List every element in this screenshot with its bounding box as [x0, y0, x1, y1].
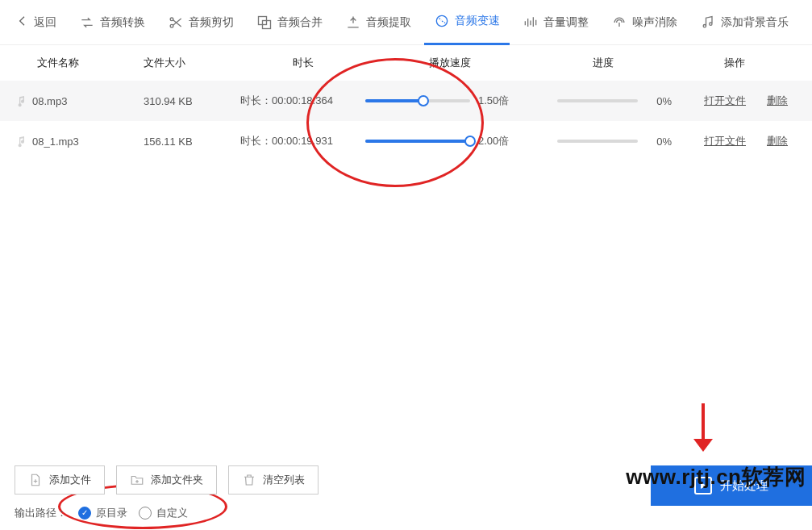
tab-speed[interactable]: 音频变速: [424, 0, 510, 45]
bottom-bar: 添加文件 添加文件夹 清空列表 开始处理 输出路径： 原目录 自定义: [0, 454, 812, 530]
annotation-arrow: [687, 402, 719, 458]
tab-trim[interactable]: 音频剪切: [158, 0, 244, 45]
svg-point-5: [703, 24, 706, 27]
speed-cell: 1.50倍: [365, 94, 535, 108]
back-arrow-icon: [16, 15, 29, 30]
slider-knob[interactable]: [418, 95, 429, 106]
file-name: 08.mp3: [32, 95, 67, 107]
open-file-button[interactable]: 打开文件: [704, 134, 746, 148]
col-progress: 进度: [535, 56, 672, 70]
clear-list-label: 清空列表: [263, 473, 305, 487]
denoise-icon: [611, 15, 627, 31]
tab-label: 音频变速: [455, 14, 500, 28]
col-size: 文件大小: [144, 56, 240, 70]
back-button[interactable]: 返回: [6, 15, 66, 30]
table-row: 08.mp3 310.94 KB 时长：00:00:18.364 1.50倍 0…: [0, 81, 812, 121]
progress-bar: [557, 99, 638, 102]
radio-custom-dir[interactable]: 自定义: [139, 506, 188, 520]
file-name-cell: 08.mp3: [15, 94, 144, 107]
add-folder-label: 添加文件夹: [151, 473, 203, 487]
output-path-row: 输出路径： 原目录 自定义: [15, 506, 797, 520]
tab-bgm[interactable]: 添加背景音乐: [690, 0, 798, 45]
clear-list-button[interactable]: 清空列表: [228, 465, 319, 495]
ops-cell: 打开文件 删除: [672, 134, 797, 148]
radio-custom-label: 自定义: [156, 506, 188, 520]
progress-cell: 0%: [535, 136, 672, 148]
radio-original-label: 原目录: [96, 506, 127, 520]
file-duration: 时长：00:00:19.931: [240, 134, 365, 148]
progress-cell: 0%: [535, 95, 672, 107]
top-toolbar: 返回 音频转换 音频剪切 音频合并 音频提取 音频变速 音量调整 噪声消除 添加…: [0, 0, 812, 45]
progress-pct: 0%: [646, 136, 672, 148]
tab-convert[interactable]: 音频转换: [69, 0, 155, 45]
speed-icon: [434, 13, 450, 29]
start-process-label: 开始处理: [720, 478, 768, 494]
convert-icon: [79, 15, 95, 31]
tab-label: 音频提取: [366, 15, 411, 30]
tab-extract[interactable]: 音频提取: [335, 0, 421, 45]
col-speed: 播放速度: [365, 56, 535, 70]
slider-fill: [365, 140, 470, 143]
svg-point-0: [170, 18, 173, 21]
svg-point-6: [710, 23, 712, 25]
file-plus-icon: [28, 473, 43, 487]
tab-volume[interactable]: 音量调整: [513, 0, 598, 45]
output-path-label: 输出路径：: [15, 506, 67, 520]
back-label: 返回: [34, 15, 56, 30]
col-name: 文件名称: [15, 56, 144, 70]
tab-label: 音频合并: [277, 15, 323, 30]
speed-value: 1.50倍: [478, 94, 515, 108]
tab-label: 添加背景音乐: [721, 15, 789, 30]
tab-merge[interactable]: 音频合并: [247, 0, 332, 45]
open-file-button[interactable]: 打开文件: [704, 94, 746, 108]
col-duration: 时长: [240, 56, 365, 70]
slider-knob[interactable]: [464, 136, 476, 147]
file-name-cell: 08_1.mp3: [15, 135, 144, 148]
music-icon: [15, 135, 27, 148]
tab-label: 音频转换: [100, 15, 145, 30]
table-header: 文件名称 文件大小 时长 播放速度 进度 操作: [0, 45, 812, 81]
col-ops: 操作: [672, 56, 797, 70]
radio-dot-icon: [139, 507, 152, 520]
speed-value: 2.00倍: [478, 134, 515, 148]
file-duration: 时长：00:00:18.364: [240, 94, 365, 108]
music-icon: [15, 94, 27, 107]
speed-slider[interactable]: [365, 140, 470, 143]
delete-button[interactable]: 删除: [767, 134, 788, 148]
tab-label: 音量调整: [543, 15, 589, 30]
file-size: 310.94 KB: [144, 95, 240, 107]
progress-bar: [557, 140, 638, 143]
speed-slider[interactable]: [365, 99, 470, 102]
tab-denoise[interactable]: 噪声消除: [602, 0, 687, 45]
add-folder-button[interactable]: 添加文件夹: [116, 465, 217, 495]
merge-icon: [256, 15, 273, 31]
ops-cell: 打开文件 删除: [672, 94, 797, 108]
music-plus-icon: [700, 15, 716, 31]
radio-dot-icon: [78, 507, 91, 520]
file-name: 08_1.mp3: [32, 136, 79, 148]
volume-icon: [523, 15, 539, 31]
table-row: 08_1.mp3 156.11 KB 时长：00:00:19.931 2.00倍…: [0, 121, 812, 161]
start-process-button[interactable]: 开始处理: [651, 465, 812, 506]
file-size: 156.11 KB: [144, 136, 240, 148]
tab-label: 音频剪切: [189, 15, 234, 30]
scissors-icon: [168, 15, 184, 31]
slider-fill: [365, 99, 423, 102]
speed-cell: 2.00倍: [365, 134, 535, 148]
trash-icon: [242, 473, 256, 487]
add-file-label: 添加文件: [49, 473, 91, 487]
svg-point-1: [170, 24, 173, 27]
add-file-button[interactable]: 添加文件: [15, 465, 105, 495]
bottom-buttons: 添加文件 添加文件夹 清空列表 开始处理: [15, 465, 797, 495]
progress-pct: 0%: [646, 95, 672, 107]
delete-button[interactable]: 删除: [767, 94, 788, 108]
folder-plus-icon: [130, 473, 144, 487]
extract-icon: [345, 15, 361, 31]
play-icon: [694, 477, 712, 495]
radio-original-dir[interactable]: 原目录: [78, 506, 127, 520]
tab-label: 噪声消除: [632, 15, 677, 30]
